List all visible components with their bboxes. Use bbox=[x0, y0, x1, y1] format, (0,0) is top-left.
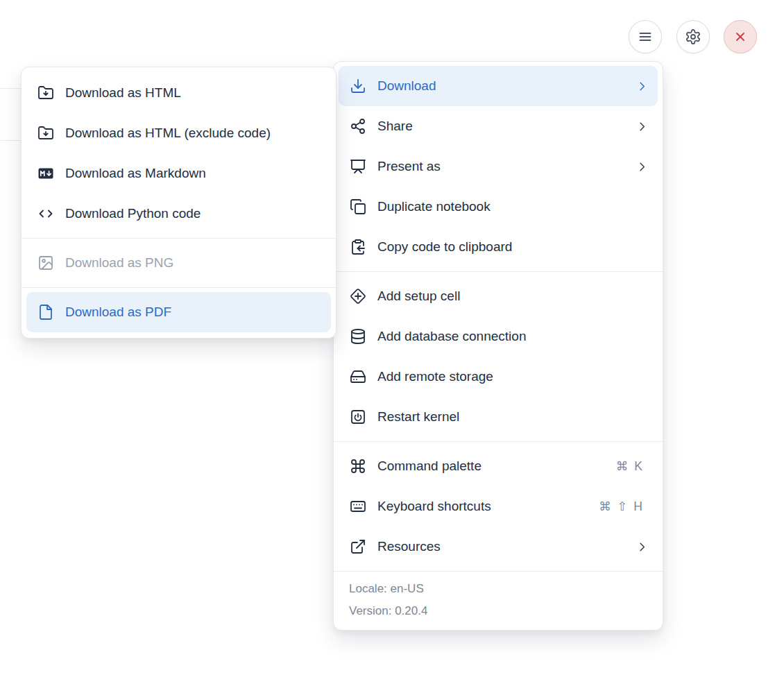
menu-divider bbox=[334, 441, 663, 442]
database-icon bbox=[350, 328, 366, 345]
hamburger-icon bbox=[637, 28, 654, 45]
shortcut-key: ⌘ bbox=[599, 499, 611, 514]
menu-item-duplicate-notebook[interactable]: Duplicate notebook bbox=[339, 187, 658, 227]
shortcut-key: ⌘ bbox=[616, 459, 629, 474]
close-icon bbox=[732, 28, 749, 45]
version-label: Version: 0.20.4 bbox=[334, 600, 663, 622]
menu-item-download-as-png: Download as PNG bbox=[26, 243, 331, 283]
shortcut-key: H bbox=[633, 499, 642, 514]
code-icon bbox=[37, 205, 54, 222]
menu-item-label: Resources bbox=[377, 539, 630, 554]
menu-item-download-as-markdown[interactable]: Download as Markdown bbox=[26, 153, 331, 194]
background-rule-line bbox=[0, 140, 21, 141]
menu-item-label: Download as PDF bbox=[65, 305, 322, 320]
gear-icon bbox=[685, 28, 701, 45]
menu-item-label: Present as bbox=[377, 159, 630, 174]
menu-divider bbox=[22, 287, 336, 288]
menu-item-add-remote-storage[interactable]: Add remote storage bbox=[339, 357, 658, 397]
menu-item-label: Download as Markdown bbox=[65, 166, 322, 181]
menu-item-label: Share bbox=[377, 119, 630, 134]
menu-item-add-database-connection[interactable]: Add database connection bbox=[339, 316, 658, 357]
share-icon bbox=[350, 118, 366, 135]
settings-button[interactable] bbox=[676, 20, 710, 53]
chevron-right-icon bbox=[636, 540, 649, 554]
menu-item-download-python-code[interactable]: Download Python code bbox=[26, 194, 331, 234]
close-button[interactable] bbox=[724, 20, 757, 53]
menu-item-label: Download as HTML (exclude code) bbox=[65, 126, 322, 141]
notebook-actions-menu: DownloadSharePresent asDuplicate noteboo… bbox=[333, 61, 663, 631]
command-icon bbox=[350, 458, 366, 474]
menu-item-download-as-pdf[interactable]: Download as PDF bbox=[26, 292, 331, 332]
background-rule-line bbox=[0, 88, 21, 89]
menu-item-download-as-html-exclude-code[interactable]: Download as HTML (exclude code) bbox=[26, 113, 331, 153]
power-square-icon bbox=[350, 409, 366, 425]
markdown-icon bbox=[37, 165, 54, 182]
menu-divider bbox=[334, 271, 663, 272]
menu-item-label: Keyboard shortcuts bbox=[377, 499, 590, 514]
menu-footer: Locale: en-USVersion: 0.20.4 bbox=[334, 571, 663, 630]
locale-label: Locale: en-US bbox=[334, 578, 663, 600]
menu-item-restart-kernel[interactable]: Restart kernel bbox=[339, 397, 658, 437]
menu-item-label: Add setup cell bbox=[377, 289, 649, 304]
menu-item-label: Add remote storage bbox=[377, 369, 649, 384]
menu-item-label: Command palette bbox=[377, 459, 608, 474]
image-icon bbox=[37, 255, 54, 271]
menu-divider bbox=[22, 238, 336, 239]
menu-item-command-palette[interactable]: Command palette⌘K bbox=[339, 446, 658, 486]
chevron-right-icon bbox=[636, 160, 649, 173]
keyboard-icon bbox=[350, 498, 366, 515]
presentation-icon bbox=[350, 158, 366, 175]
shortcut-hint: ⌘K bbox=[616, 459, 642, 474]
clipboard-copy-icon bbox=[350, 239, 366, 255]
folder-down-icon bbox=[37, 125, 54, 142]
folder-down-icon bbox=[37, 85, 54, 101]
menu-item-label: Download as HTML bbox=[65, 85, 322, 101]
chevron-right-icon bbox=[636, 120, 649, 133]
menu-item-resources[interactable]: Resources bbox=[339, 527, 658, 567]
menu-item-label: Restart kernel bbox=[377, 409, 649, 425]
shortcut-key: K bbox=[634, 459, 642, 474]
download-icon bbox=[350, 78, 366, 94]
menu-item-label: Duplicate notebook bbox=[377, 199, 649, 214]
menu-item-add-setup-cell[interactable]: Add setup cell bbox=[339, 276, 658, 316]
menu-item-share[interactable]: Share bbox=[339, 106, 658, 146]
menu-item-keyboard-shortcuts[interactable]: Keyboard shortcuts⌘⇧H bbox=[339, 486, 658, 527]
chevron-right-icon bbox=[636, 80, 649, 93]
menu-item-label: Download as PNG bbox=[65, 255, 322, 271]
hard-drive-icon bbox=[350, 368, 366, 385]
menu-item-download[interactable]: Download bbox=[339, 66, 658, 106]
shortcut-hint: ⌘⇧H bbox=[599, 499, 642, 514]
menu-item-label: Copy code to clipboard bbox=[377, 239, 649, 255]
external-link-icon bbox=[350, 538, 366, 555]
file-icon bbox=[37, 304, 54, 320]
menu-item-label: Add database connection bbox=[377, 329, 649, 344]
menu-item-label: Download Python code bbox=[65, 206, 322, 221]
menu-item-present-as[interactable]: Present as bbox=[339, 146, 658, 187]
menu-button[interactable] bbox=[629, 20, 662, 53]
diamond-plus-icon bbox=[350, 288, 366, 305]
shortcut-key: ⇧ bbox=[617, 499, 628, 514]
menu-item-download-as-html[interactable]: Download as HTML bbox=[26, 73, 331, 113]
download-submenu: Download as HTMLDownload as HTML (exclud… bbox=[21, 67, 336, 339]
duplicate-icon bbox=[350, 198, 366, 215]
menu-item-copy-code-to-clipboard[interactable]: Copy code to clipboard bbox=[339, 227, 658, 267]
menu-item-label: Download bbox=[377, 78, 630, 94]
